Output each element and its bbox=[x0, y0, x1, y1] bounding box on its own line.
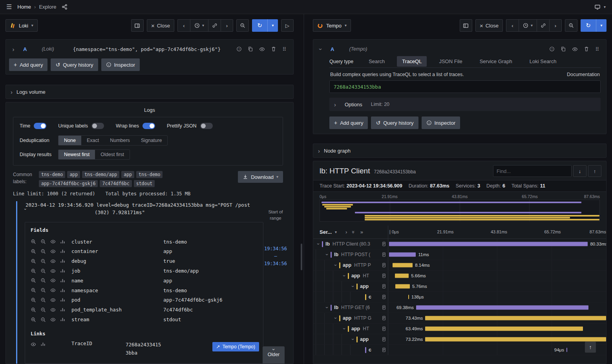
log-time-range[interactable]: 19:34:56 — 19:34:56 bbox=[263, 245, 288, 268]
span-duration-bar[interactable] bbox=[395, 284, 410, 289]
filter-out-value-icon[interactable] bbox=[40, 307, 46, 313]
span-logs-icon[interactable] bbox=[382, 347, 388, 353]
chevron-down-icon[interactable]: › bbox=[350, 284, 356, 289]
span-duration-bar[interactable] bbox=[425, 337, 606, 342]
query-type-tab[interactable]: JSON File bbox=[434, 56, 467, 67]
span-name-cell[interactable]: › app HT bbox=[313, 324, 388, 334]
query-ref-label[interactable]: A bbox=[331, 46, 334, 52]
minimap-canvas[interactable] bbox=[320, 200, 600, 222]
span-logs-icon[interactable] bbox=[382, 337, 388, 342]
query-history-button[interactable]: ↺ Query history bbox=[51, 58, 98, 71]
span-row[interactable]: › app 73.22ms bbox=[313, 334, 606, 345]
refresh-interval-button[interactable]: ▾ bbox=[596, 19, 607, 32]
segmented-option[interactable]: Oldest first bbox=[95, 150, 130, 159]
drag-query-grip-icon[interactable]: ⠿ bbox=[282, 46, 286, 52]
stats-bars-icon[interactable] bbox=[60, 249, 65, 254]
chevron-down-icon[interactable]: › bbox=[324, 252, 330, 257]
delete-query-trash-icon[interactable] bbox=[584, 46, 589, 52]
loki-query-expression[interactable]: {namespace="tns-demo", pod="app-7c474df6… bbox=[73, 46, 221, 52]
span-duration-bar[interactable] bbox=[389, 242, 588, 246]
refresh-button[interactable]: ↻ bbox=[581, 19, 596, 32]
span-name-cell[interactable]: › app HT bbox=[313, 271, 388, 281]
span-timeline[interactable]: 11ms bbox=[388, 249, 606, 260]
split-view-button[interactable] bbox=[131, 19, 144, 32]
refresh-interval-button[interactable]: ▾ bbox=[268, 19, 278, 32]
time-shift-back-button[interactable]: ‹ bbox=[506, 19, 519, 32]
span-duration-bar[interactable] bbox=[393, 263, 413, 268]
disable-query-eye-icon[interactable] bbox=[572, 46, 578, 52]
span-timeline[interactable]: 73.43ms bbox=[388, 313, 606, 323]
filter-out-value-icon[interactable] bbox=[40, 249, 46, 254]
filter-out-value-icon[interactable] bbox=[40, 268, 46, 274]
collapse-all-icon[interactable]: » bbox=[351, 231, 357, 233]
eye-icon[interactable] bbox=[50, 258, 56, 264]
zoom-out-time-button[interactable] bbox=[565, 19, 577, 32]
documentation-link[interactable]: Documentation bbox=[567, 72, 600, 77]
filter-for-value-icon[interactable] bbox=[31, 268, 36, 274]
add-query-button[interactable]: + Add query bbox=[329, 116, 368, 129]
segmented-option[interactable]: Exact bbox=[81, 136, 104, 145]
query-type-tab[interactable]: Service Graph bbox=[475, 56, 517, 67]
span-row[interactable]: › lb HTTP GET (6 69.38ms bbox=[313, 302, 606, 313]
find-next-button[interactable]: ↑ bbox=[588, 165, 601, 177]
filter-out-value-icon[interactable] bbox=[40, 297, 46, 303]
chevron-down-icon[interactable]: › bbox=[342, 273, 347, 278]
chevron-down-icon[interactable]: ▾ bbox=[604, 5, 606, 9]
span-timeline[interactable]: 5.76ms bbox=[388, 281, 606, 291]
common-label-tag[interactable]: tns-demo bbox=[39, 171, 65, 178]
copy-query-icon[interactable] bbox=[561, 46, 566, 52]
zoom-out-time-button[interactable] bbox=[236, 19, 249, 32]
common-label-tag[interactable]: 7c474df6bc bbox=[100, 180, 132, 187]
copy-time-link-button[interactable] bbox=[208, 19, 221, 32]
breadcrumb-explore[interactable]: Explore bbox=[39, 4, 56, 10]
eye-icon[interactable] bbox=[31, 342, 36, 347]
expand-one-icon[interactable]: › bbox=[345, 229, 347, 235]
traceql-query-input[interactable]: 7268a24334153bba bbox=[329, 80, 601, 93]
run-query-button[interactable]: ▷ bbox=[281, 19, 294, 32]
stats-bars-icon[interactable] bbox=[40, 342, 46, 347]
left-pane-scrollbar[interactable] bbox=[301, 244, 302, 270]
span-duration-bar[interactable] bbox=[425, 327, 583, 331]
common-label-tag[interactable]: tns-demo bbox=[136, 171, 163, 178]
time-shift-forward-button[interactable]: › bbox=[221, 19, 233, 32]
span-timeline[interactable]: 69.38ms bbox=[388, 302, 606, 313]
menu-toggle-button[interactable]: ☰ bbox=[6, 3, 12, 11]
add-query-button[interactable]: + Add query bbox=[9, 58, 47, 71]
span-duration-bar[interactable] bbox=[395, 274, 409, 278]
toggle-switch[interactable] bbox=[34, 123, 46, 129]
filter-out-value-icon[interactable] bbox=[40, 258, 46, 264]
common-label-tag[interactable]: app bbox=[121, 171, 134, 178]
span-row[interactable]: › app HTTP P 8.14ms bbox=[313, 260, 606, 271]
query-type-tab[interactable]: Loki Search bbox=[524, 56, 562, 67]
refresh-button[interactable]: ↻ bbox=[252, 19, 268, 32]
eye-icon[interactable] bbox=[50, 249, 56, 254]
span-timeline[interactable]: 5.66ms bbox=[388, 271, 606, 281]
filter-for-value-icon[interactable] bbox=[31, 288, 36, 293]
span-timeline[interactable]: 94μs bbox=[388, 345, 606, 355]
span-name-cell[interactable]: › app HTTP P bbox=[313, 260, 388, 270]
filter-out-value-icon[interactable] bbox=[40, 288, 46, 293]
eye-icon[interactable] bbox=[50, 317, 56, 322]
span-name-cell[interactable]: › lb HTTP GET (6 bbox=[313, 302, 388, 313]
older-logs-button[interactable]: › Older bbox=[263, 346, 285, 364]
help-icon[interactable]: ? bbox=[549, 46, 555, 52]
common-label-tag[interactable]: tns-demo/app bbox=[82, 171, 119, 178]
expand-query-icon[interactable]: › bbox=[11, 46, 16, 53]
span-name-cell[interactable]: › app bbox=[313, 334, 388, 344]
common-label-tag[interactable]: stdout bbox=[134, 180, 155, 187]
eye-icon[interactable] bbox=[50, 288, 56, 293]
filter-for-value-icon[interactable] bbox=[31, 239, 36, 244]
service-operation-column-header[interactable]: Ser... ▾ › » » bbox=[313, 226, 388, 238]
stats-bars-icon[interactable] bbox=[60, 258, 65, 264]
inspector-button[interactable]: Inspector bbox=[422, 116, 460, 129]
span-row[interactable]: › app HT 63.49ms bbox=[313, 324, 606, 334]
chevron-down-icon[interactable]: › bbox=[342, 326, 347, 331]
datasource-picker-loki[interactable]: Loki ▾ bbox=[5, 19, 38, 32]
logs-volume-panel[interactable]: › Logs volume bbox=[5, 85, 294, 99]
span-logs-icon[interactable] bbox=[382, 294, 388, 300]
span-timeline[interactable]: 138μs bbox=[388, 292, 606, 302]
query-type-tab[interactable]: TraceQL bbox=[397, 56, 427, 67]
breadcrumb-home[interactable]: Home bbox=[17, 4, 31, 10]
eye-icon[interactable] bbox=[50, 278, 56, 283]
drag-query-grip-icon[interactable]: ⠿ bbox=[595, 46, 599, 52]
